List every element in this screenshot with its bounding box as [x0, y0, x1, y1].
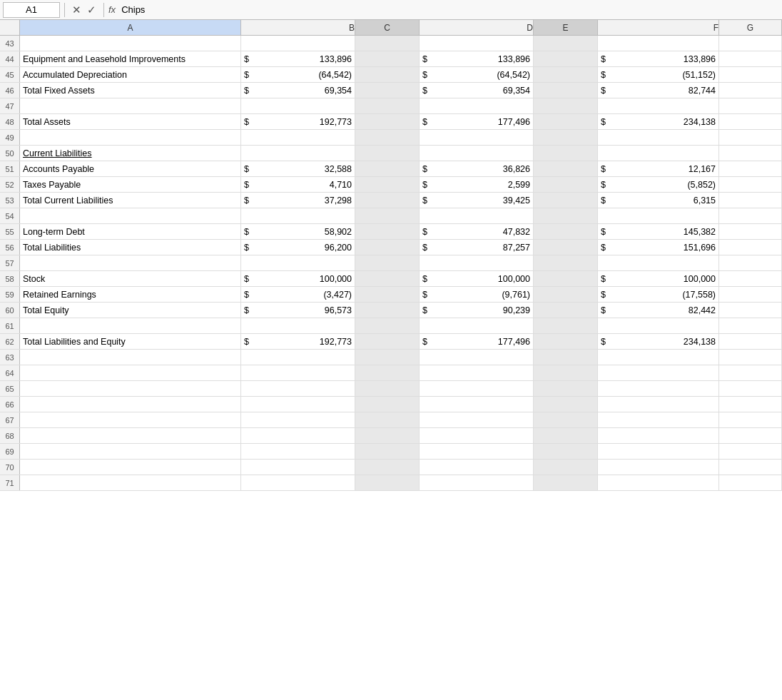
cell-b[interactable]: $32,588: [241, 161, 355, 176]
table-row[interactable]: 64: [0, 365, 782, 381]
cell-f[interactable]: [598, 318, 719, 333]
cell-c[interactable]: [355, 444, 420, 459]
cell-b[interactable]: [241, 146, 355, 161]
cell-e[interactable]: [534, 318, 598, 333]
cell-g[interactable]: [719, 51, 782, 66]
table-row[interactable]: 59Retained Earnings$(3,427)$(9,761)$(17,…: [0, 287, 782, 303]
cell-g[interactable]: [719, 240, 782, 255]
cell-a[interactable]: [20, 412, 241, 427]
cell-c[interactable]: [355, 460, 420, 475]
cell-b[interactable]: [241, 318, 355, 333]
cell-d[interactable]: [420, 130, 534, 145]
cell-c[interactable]: [355, 255, 420, 270]
cell-a[interactable]: [20, 460, 241, 475]
cell-f[interactable]: [598, 350, 719, 365]
cell-c[interactable]: [355, 67, 420, 82]
table-row[interactable]: 62Total Liabilities and Equity$192,773$1…: [0, 334, 782, 350]
cell-g[interactable]: [719, 67, 782, 82]
table-row[interactable]: 66: [0, 397, 782, 412]
cell-d[interactable]: [420, 98, 534, 113]
cell-c[interactable]: [355, 36, 420, 51]
cell-a[interactable]: [20, 365, 241, 380]
cell-e[interactable]: [534, 67, 598, 82]
cell-f[interactable]: $6,315: [598, 193, 719, 208]
cell-b[interactable]: [241, 428, 355, 443]
cell-e[interactable]: [534, 303, 598, 318]
cell-f[interactable]: [598, 381, 719, 396]
cell-e[interactable]: [534, 412, 598, 427]
cell-f[interactable]: $234,138: [598, 334, 719, 349]
cell-c[interactable]: [355, 240, 420, 255]
cell-g[interactable]: [719, 146, 782, 161]
cell-d[interactable]: $100,000: [420, 271, 534, 286]
cell-a[interactable]: Stock: [20, 271, 241, 286]
cell-g[interactable]: [719, 334, 782, 349]
cell-d[interactable]: $(9,761): [420, 287, 534, 302]
cell-g[interactable]: [719, 460, 782, 475]
cell-g[interactable]: [719, 381, 782, 396]
cell-d[interactable]: [420, 255, 534, 270]
table-row[interactable]: 61: [0, 318, 782, 334]
cell-f[interactable]: $234,138: [598, 114, 719, 129]
cell-e[interactable]: [534, 193, 598, 208]
cell-a[interactable]: Total Equity: [20, 303, 241, 318]
col-header-c[interactable]: C: [355, 20, 420, 35]
cell-f[interactable]: [598, 146, 719, 161]
cell-e[interactable]: [534, 146, 598, 161]
cell-d[interactable]: [420, 397, 534, 412]
cell-f[interactable]: [598, 397, 719, 412]
cell-d[interactable]: [420, 412, 534, 427]
col-header-d[interactable]: D: [420, 20, 534, 35]
cell-c[interactable]: [355, 381, 420, 396]
cell-b[interactable]: [241, 444, 355, 459]
table-row[interactable]: 48Total Assets$192,773$177,496$234,138: [0, 114, 782, 130]
cell-b[interactable]: $69,354: [241, 83, 355, 98]
cell-g[interactable]: [719, 412, 782, 427]
cell-b[interactable]: [241, 98, 355, 113]
cell-f[interactable]: [598, 365, 719, 380]
cell-g[interactable]: [719, 271, 782, 286]
cell-g[interactable]: [719, 255, 782, 270]
cell-g[interactable]: [719, 177, 782, 192]
cell-e[interactable]: [534, 36, 598, 51]
cell-c[interactable]: [355, 475, 420, 490]
cell-a[interactable]: [20, 130, 241, 145]
cell-d[interactable]: $2,599: [420, 177, 534, 192]
cell-a[interactable]: [20, 208, 241, 223]
cell-c[interactable]: [355, 146, 420, 161]
cell-f[interactable]: $82,442: [598, 303, 719, 318]
cell-d[interactable]: $36,826: [420, 161, 534, 176]
cell-a[interactable]: [20, 255, 241, 270]
table-row[interactable]: 56Total Liabilities$96,200$87,257$151,69…: [0, 240, 782, 255]
cell-c[interactable]: [355, 51, 420, 66]
cell-a[interactable]: Total Liabilities: [20, 240, 241, 255]
cell-a[interactable]: Total Liabilities and Equity: [20, 334, 241, 349]
cell-c[interactable]: [355, 350, 420, 365]
cell-f[interactable]: [598, 428, 719, 443]
cell-f[interactable]: [598, 460, 719, 475]
cell-e[interactable]: [534, 287, 598, 302]
cell-d[interactable]: [420, 146, 534, 161]
cell-d[interactable]: [420, 475, 534, 490]
cell-c[interactable]: [355, 287, 420, 302]
table-row[interactable]: 49: [0, 130, 782, 146]
col-header-f[interactable]: F: [598, 20, 719, 35]
cell-c[interactable]: [355, 98, 420, 113]
cell-d[interactable]: [420, 350, 534, 365]
cell-f[interactable]: [598, 98, 719, 113]
table-row[interactable]: 43: [0, 36, 782, 51]
cell-d[interactable]: $177,496: [420, 334, 534, 349]
cell-g[interactable]: [719, 36, 782, 51]
cell-g[interactable]: [719, 365, 782, 380]
cell-f[interactable]: $(17,558): [598, 287, 719, 302]
cell-e[interactable]: [534, 365, 598, 380]
cell-d[interactable]: $47,832: [420, 224, 534, 239]
cell-c[interactable]: [355, 428, 420, 443]
cell-c[interactable]: [355, 412, 420, 427]
cell-e[interactable]: [534, 397, 598, 412]
cell-f[interactable]: $151,696: [598, 240, 719, 255]
cell-b[interactable]: $(3,427): [241, 287, 355, 302]
cell-e[interactable]: [534, 271, 598, 286]
cell-a[interactable]: Accounts Payable: [20, 161, 241, 176]
cell-a[interactable]: Taxes Payable: [20, 177, 241, 192]
